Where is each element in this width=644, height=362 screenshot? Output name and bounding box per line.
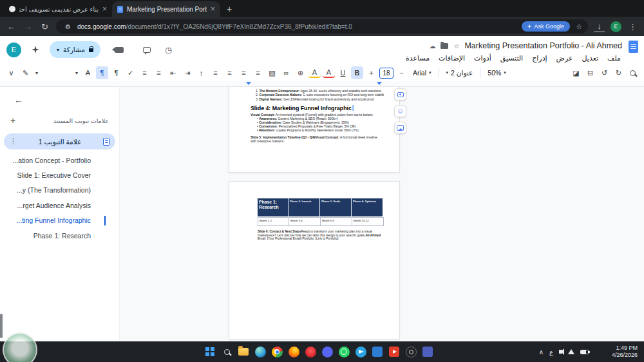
edge-button[interactable]	[254, 345, 267, 358]
start-button[interactable]	[204, 345, 216, 358]
hidden-icons-chevron[interactable]: ∧	[539, 348, 544, 356]
paragraph-rtl-icon[interactable]: ¶	[96, 66, 108, 79]
align-right-icon[interactable]: ≡	[209, 66, 222, 79]
bulleted-list-icon[interactable]: ≡	[138, 66, 151, 79]
bold-icon[interactable]: B	[351, 66, 363, 79]
zoom-select[interactable]: 50% ▾	[484, 69, 509, 77]
menu-view[interactable]: عرض	[553, 53, 577, 63]
text-color-icon[interactable]: A	[323, 68, 335, 78]
meet-camera-icon[interactable]	[115, 47, 124, 53]
tab1-close-icon[interactable]: ×	[102, 5, 107, 13]
downloads-icon[interactable]: ↓	[594, 21, 605, 32]
emoji-reaction-fab[interactable]: ☺	[394, 105, 406, 117]
font-size-input[interactable]: 18	[379, 68, 393, 79]
menu-extensions[interactable]: الإضافات	[435, 53, 469, 63]
align-left-icon[interactable]: ≡	[238, 66, 250, 79]
youtube-button[interactable]	[388, 345, 401, 358]
address-bar[interactable]: ⚙ docs.google.com/document/d/1x7fY_OA26N…	[56, 19, 588, 33]
editing-mode-dropdown-icon[interactable]: ▾	[33, 66, 40, 79]
redo-icon[interactable]: ↻	[612, 66, 625, 79]
ruler-indent-marker[interactable]	[246, 82, 251, 85]
browser-profile-avatar[interactable]: E	[611, 21, 621, 32]
menu-help[interactable]: مساعدة	[402, 53, 433, 63]
toolbar-overflow-dropdown-icon[interactable]: ▾	[73, 66, 80, 79]
underline-icon[interactable]: U	[337, 66, 349, 79]
outline-item[interactable]: ...y (The Transformation)	[0, 183, 119, 198]
chatgpt-button[interactable]	[404, 345, 417, 358]
version-history-icon[interactable]: ◷	[165, 45, 172, 55]
menu-insert[interactable]: إدراج	[528, 53, 551, 63]
align-center-icon[interactable]: ≡	[223, 66, 236, 79]
line-spacing-icon[interactable]: ↕	[195, 66, 207, 79]
document-page-2[interactable]: Phase 1: Research Phase 2: Launch Phase …	[229, 181, 400, 339]
star-doc-icon[interactable]: ☆	[453, 43, 459, 50]
language-indicator[interactable]: ع	[549, 348, 553, 356]
ask-google-button[interactable]: Ask Google	[522, 21, 571, 32]
tab2-close-icon[interactable]: ×	[211, 5, 215, 13]
telegram-button[interactable]	[354, 345, 367, 358]
undo-icon[interactable]: ↺	[598, 66, 611, 79]
taskbar-search-button[interactable]	[220, 345, 233, 358]
outline-item[interactable]: Slide 1: Executive Cover	[0, 167, 119, 182]
tab-options-icon[interactable]: ⋮	[10, 137, 17, 146]
reload-icon[interactable]: ↻	[39, 22, 50, 32]
checklist-icon[interactable]: ✓	[124, 66, 137, 79]
discord-button[interactable]	[321, 345, 334, 358]
outline-item-current[interactable]: ...ting Funnel Infographic	[0, 213, 119, 228]
share-button[interactable]: ▾ مشاركة	[50, 41, 100, 58]
cloud-status-icon[interactable]: ☁	[429, 43, 435, 50]
browser-tab-2[interactable]: Marketing Presentation Portfoli... ×	[112, 1, 220, 17]
paragraph-ltr-icon[interactable]: ¶	[110, 66, 122, 79]
align-justify-icon[interactable]: ≡	[252, 66, 264, 79]
teams-button[interactable]	[421, 345, 434, 358]
menu-edit[interactable]: تعديل	[578, 53, 603, 63]
battery-icon[interactable]	[580, 350, 589, 354]
document-title[interactable]: Marketing Presentation Portfolio - Ali A…	[464, 41, 622, 50]
font-size-increase-icon[interactable]: +	[365, 66, 377, 79]
paint-format-icon[interactable]: ◪	[570, 66, 582, 79]
add-comment-fab[interactable]	[394, 88, 406, 100]
doc-tab-item-active[interactable]: ⋮ علامة التبويب 1	[4, 133, 115, 149]
docs-app-logo[interactable]	[629, 41, 638, 53]
back-icon[interactable]: ←	[6, 22, 17, 32]
add-tab-icon[interactable]: +	[10, 115, 15, 126]
whatsapp-button[interactable]	[337, 345, 350, 358]
taskbar-clock[interactable]: 1:49 PM 4/26/2026	[612, 345, 638, 359]
browser-menu-icon[interactable]: ⋮	[627, 22, 638, 32]
account-avatar[interactable]: E	[6, 43, 21, 57]
insert-link-icon[interactable]: ∞	[280, 66, 292, 79]
outline-item[interactable]: Phase 1: Research	[0, 228, 119, 243]
document-page-1[interactable]: 1. The Modern Entrepreneur: Ages 25-40, …	[229, 87, 400, 173]
outline-item[interactable]: ...ation Concept - Portfolio	[0, 153, 119, 167]
search-menus-icon[interactable]	[627, 66, 639, 79]
highlight-color-icon[interactable]: A	[308, 68, 321, 78]
outline-item[interactable]: ...rget Audience Analysis	[0, 198, 119, 213]
volume-icon[interactable]	[559, 350, 562, 354]
close-outline-icon[interactable]: ←	[14, 95, 23, 105]
network-icon[interactable]	[568, 349, 574, 354]
chrome-button[interactable]	[270, 345, 283, 358]
forward-icon[interactable]: →	[23, 22, 33, 32]
print-icon[interactable]: ⊟	[584, 66, 596, 79]
site-settings-icon[interactable]: ⚙	[62, 23, 73, 30]
vscode-button[interactable]	[371, 345, 384, 358]
new-tab-button[interactable]: +	[227, 4, 232, 14]
toolbar-collapse-icon[interactable]: ∨	[5, 66, 17, 79]
numbered-list-icon[interactable]: ≡	[153, 66, 165, 79]
opera-button[interactable]	[304, 345, 317, 358]
bookmark-star-icon[interactable]: ☆	[576, 23, 582, 31]
comments-icon[interactable]	[143, 47, 151, 53]
indent-increase-icon[interactable]: ⇥	[181, 66, 193, 79]
vertical-scrollbar-thumb[interactable]	[0, 314, 3, 338]
editing-mode-pen-icon[interactable]: ✎	[19, 66, 32, 79]
ruler-indent-marker[interactable]	[377, 82, 382, 85]
menu-file[interactable]: ملف	[603, 53, 625, 63]
font-size-decrease-icon[interactable]: −	[395, 66, 408, 79]
firefox-button[interactable]	[287, 345, 300, 358]
paragraph-style-select[interactable]: عنوان 2 ▾	[443, 69, 477, 77]
menu-format[interactable]: التنسيق	[497, 53, 527, 63]
clear-formatting-icon[interactable]: A	[82, 66, 94, 79]
insert-image-icon[interactable]: ▧	[266, 66, 278, 79]
font-name-select[interactable]: Arial ▾	[410, 69, 435, 77]
suggest-image-fab[interactable]	[394, 122, 406, 134]
